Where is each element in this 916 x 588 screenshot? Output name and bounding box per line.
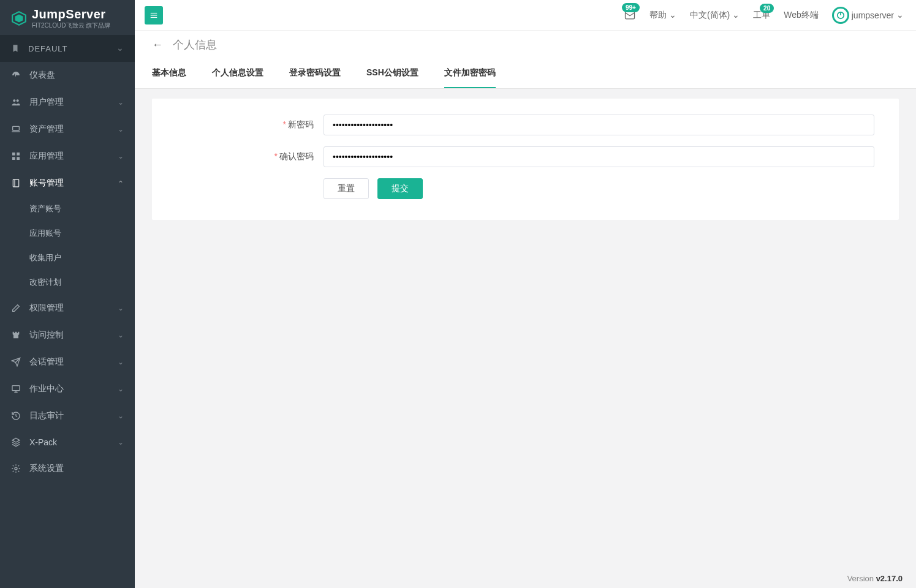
tab-1[interactable]: 个人信息设置 bbox=[212, 59, 263, 88]
sidebar-item-label: 用户管理 bbox=[29, 97, 118, 108]
sidebar-item-3[interactable]: 应用管理⌄ bbox=[0, 143, 135, 170]
help-label: 帮助 bbox=[649, 10, 667, 21]
svg-rect-16 bbox=[625, 12, 634, 19]
sidebar-toggle-button[interactable] bbox=[145, 6, 163, 24]
sidebar-item-label: 应用管理 bbox=[29, 151, 118, 162]
svg-point-3 bbox=[17, 99, 19, 102]
paperplane-icon bbox=[11, 357, 21, 367]
cogs-icon bbox=[11, 464, 21, 473]
reset-button[interactable]: 重置 bbox=[324, 178, 369, 199]
svg-point-12 bbox=[15, 467, 17, 470]
svg-rect-6 bbox=[17, 153, 20, 156]
version-value: v2.17.0 bbox=[876, 574, 903, 583]
sidebar-item-label: 账号管理 bbox=[29, 178, 118, 189]
org-label: DEFAULT bbox=[28, 44, 116, 53]
version-prefix: Version bbox=[847, 574, 876, 583]
svg-rect-7 bbox=[12, 157, 15, 160]
form-card: *新密码 *确认密码 重置 提交 bbox=[152, 99, 899, 220]
chevron-down-icon: ⌄ bbox=[118, 304, 124, 312]
user-label: jumpserver bbox=[852, 10, 894, 20]
mail-button[interactable]: 99+ bbox=[624, 9, 636, 21]
chevron-up-icon: ⌄ bbox=[118, 179, 124, 187]
tab-3[interactable]: SSH公钥设置 bbox=[366, 59, 418, 88]
sidebar-item-label: 访问控制 bbox=[29, 330, 118, 341]
sidebar-item-label: X-Pack bbox=[29, 437, 118, 447]
footer: Version v2.17.0 bbox=[135, 569, 916, 588]
tab-0[interactable]: 基本信息 bbox=[152, 59, 186, 88]
sidebar-item-label: 日志审计 bbox=[29, 410, 118, 421]
chevron-down-icon: ⌄ bbox=[118, 438, 124, 447]
sidebar-item-label: 系统设置 bbox=[29, 463, 124, 474]
org-selector[interactable]: DEFAULT ⌄ bbox=[0, 35, 135, 62]
desktop-icon bbox=[11, 384, 21, 394]
sidebar-item-6[interactable]: 访问控制⌄ bbox=[0, 322, 135, 349]
sidebar-subitem-4-0[interactable]: 资产账号 bbox=[0, 197, 135, 221]
sidebar-item-5[interactable]: 权限管理⌄ bbox=[0, 295, 135, 322]
history-icon bbox=[11, 411, 21, 421]
ticket-badge: 20 bbox=[760, 4, 774, 13]
sidebar-item-0[interactable]: 仪表盘 bbox=[0, 62, 135, 89]
logo-icon bbox=[11, 10, 27, 26]
sidebar-item-11[interactable]: 系统设置 bbox=[0, 455, 135, 482]
bookmark-icon bbox=[11, 44, 20, 53]
language-dropdown[interactable]: 中文(简体) ⌄ bbox=[690, 10, 740, 21]
users-icon bbox=[11, 97, 21, 107]
mail-badge: 99+ bbox=[622, 3, 640, 12]
language-label: 中文(简体) bbox=[690, 10, 730, 21]
stack-icon bbox=[11, 437, 21, 447]
topbar: 99+ 帮助 ⌄ 中文(简体) ⌄ 工单 20 Web终端 bbox=[135, 0, 916, 31]
sidebar-item-1[interactable]: 用户管理⌄ bbox=[0, 89, 135, 116]
confirm-password-input[interactable] bbox=[324, 146, 874, 167]
sidebar-item-9[interactable]: 日志审计⌄ bbox=[0, 402, 135, 429]
submit-button[interactable]: 提交 bbox=[377, 178, 423, 199]
sidebar-subitem-4-2[interactable]: 收集用户 bbox=[0, 246, 135, 270]
chevron-down-icon: ⌄ bbox=[118, 98, 124, 107]
new-password-input[interactable] bbox=[324, 115, 874, 135]
tab-2[interactable]: 登录密码设置 bbox=[289, 59, 341, 88]
sidebar-item-8[interactable]: 作业中心⌄ bbox=[0, 375, 135, 402]
brand-title: JumpServer bbox=[32, 7, 110, 21]
page-header: ← 个人信息 bbox=[135, 31, 916, 59]
web-terminal-link[interactable]: Web终端 bbox=[784, 10, 819, 21]
sidebar-subitem-4-3[interactable]: 改密计划 bbox=[0, 270, 135, 295]
power-icon bbox=[836, 11, 845, 20]
chevron-down-icon: ⌄ bbox=[118, 152, 124, 160]
edit-icon bbox=[11, 303, 21, 313]
chevron-down-icon: ⌄ bbox=[669, 10, 676, 20]
brand-subtitle: FIT2CLOUD飞致云 旗下品牌 bbox=[32, 22, 110, 29]
chevron-down-icon: ⌄ bbox=[118, 331, 124, 339]
help-dropdown[interactable]: 帮助 ⌄ bbox=[649, 10, 676, 21]
sidebar-item-label: 会话管理 bbox=[29, 356, 118, 368]
sidebar-item-10[interactable]: X-Pack⌄ bbox=[0, 429, 135, 455]
ticket-link[interactable]: 工单 20 bbox=[753, 10, 770, 21]
chevron-down-icon: ⌄ bbox=[896, 10, 904, 20]
laptop-icon bbox=[11, 124, 21, 134]
sidebar-subitem-4-1[interactable]: 应用账号 bbox=[0, 221, 135, 246]
sidebar-item-label: 资产管理 bbox=[29, 124, 118, 135]
new-password-label: *新密码 bbox=[176, 119, 324, 130]
chevron-down-icon: ⌄ bbox=[118, 385, 124, 393]
svg-rect-8 bbox=[17, 157, 20, 160]
grid-icon bbox=[11, 151, 21, 161]
svg-point-2 bbox=[13, 99, 15, 102]
sidebar-item-label: 作业中心 bbox=[29, 383, 118, 394]
chevron-down-icon: ⌄ bbox=[116, 43, 124, 53]
svg-rect-5 bbox=[12, 153, 15, 156]
sidebar-item-7[interactable]: 会话管理⌄ bbox=[0, 349, 135, 375]
notebook-icon bbox=[11, 178, 21, 188]
confirm-password-label: *确认密码 bbox=[176, 151, 324, 162]
dashboard-icon bbox=[11, 70, 21, 80]
svg-marker-1 bbox=[15, 14, 23, 22]
sidebar-item-label: 仪表盘 bbox=[29, 70, 124, 81]
tabs: 基本信息个人信息设置登录密码设置SSH公钥设置文件加密密码 bbox=[135, 59, 916, 89]
chevron-down-icon: ⌄ bbox=[118, 412, 124, 420]
brand-logo[interactable]: JumpServer FIT2CLOUD飞致云 旗下品牌 bbox=[0, 0, 135, 35]
tab-4[interactable]: 文件加密密码 bbox=[444, 59, 496, 88]
user-menu[interactable]: jumpserver ⌄ bbox=[832, 7, 904, 24]
sidebar-item-4[interactable]: 账号管理⌄ bbox=[0, 170, 135, 197]
chevron-down-icon: ⌄ bbox=[118, 358, 124, 366]
fort-icon bbox=[11, 330, 21, 340]
sidebar-item-2[interactable]: 资产管理⌄ bbox=[0, 116, 135, 143]
hamburger-icon bbox=[150, 11, 158, 20]
back-button[interactable]: ← bbox=[152, 39, 163, 51]
